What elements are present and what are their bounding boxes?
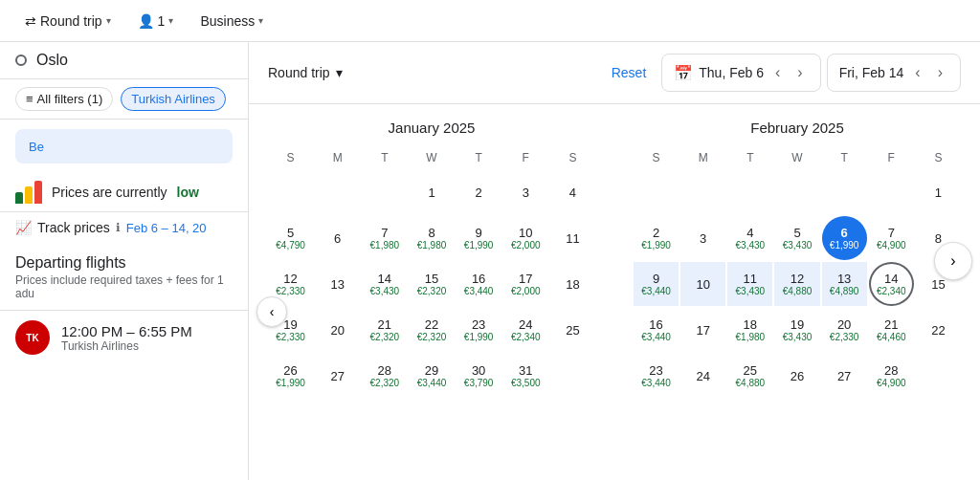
calendar-day-cell[interactable]: 12€4,880 — [774, 262, 819, 306]
calendar-day-cell[interactable]: 18€1,980 — [727, 308, 772, 352]
calendar-day-cell[interactable]: 22€2,320 — [409, 308, 454, 352]
calendar-day-cell[interactable]: 26€1,990 — [268, 354, 313, 398]
calendar-day-cell[interactable]: 20€2,330 — [822, 308, 867, 352]
calendar-day-cell[interactable]: 22 — [916, 308, 961, 352]
calendar-day-cell[interactable]: 13€4,890 — [822, 262, 867, 306]
calendar-day-cell[interactable]: 27 — [315, 354, 360, 398]
calendar-day-cell[interactable]: 5€3,430 — [774, 216, 819, 260]
calendar-day-cell[interactable]: 24 — [680, 354, 725, 398]
calendar-day-cell[interactable]: 1 — [916, 170, 961, 214]
calendar-day-cell[interactable]: 1 — [409, 170, 454, 214]
day-number: 1 — [428, 185, 434, 200]
reset-button[interactable]: Reset — [612, 65, 647, 80]
calendar-day-cell[interactable]: 9€1,990 — [457, 216, 501, 260]
filters-label: All filters (1) — [37, 92, 103, 106]
day-of-week-header: S — [550, 147, 595, 168]
airline-filter-button[interactable]: Turkish Airlines — [121, 87, 226, 111]
calendar-day-cell — [268, 170, 313, 214]
calendar-day-cell[interactable]: 16€3,440 — [457, 262, 501, 306]
track-row: 📈 Track prices ℹ Feb 6 – 14, 20 — [0, 211, 248, 243]
trip-type-button[interactable]: ⇄ Round trip ▾ — [15, 8, 121, 34]
calendar-day-cell[interactable]: 6 — [315, 216, 360, 260]
end-date-box[interactable]: Fri, Feb 14 ‹ › — [827, 54, 961, 92]
flight-card[interactable]: TK 12:00 PM – 6:55 PM Turkish Airlines — [0, 310, 248, 364]
calendar-day-cell[interactable]: 6€1,990 — [822, 216, 867, 260]
origin-icon — [15, 55, 27, 66]
calendar-day-cell[interactable]: 9€3,440 — [634, 262, 679, 306]
calendar-day-cell[interactable]: 29€3,440 — [409, 354, 454, 398]
calendar-day-cell[interactable]: 20 — [315, 308, 360, 352]
day-price: €2,330 — [276, 332, 305, 342]
end-date-prev-button[interactable]: ‹ — [909, 60, 925, 85]
end-date-next-button[interactable]: › — [932, 60, 948, 85]
calendar-day-cell — [680, 170, 725, 214]
calendar-day-cell[interactable]: 8€1,980 — [409, 216, 454, 260]
departing-section: Departing flights Prices include require… — [0, 243, 248, 304]
day-number: 9 — [476, 226, 482, 240]
calendar-day-cell[interactable]: 11 — [550, 216, 595, 260]
calendar-day-cell — [774, 170, 819, 214]
calendar-day-cell[interactable]: 17€2,000 — [503, 262, 548, 306]
day-number: 12 — [283, 272, 297, 286]
calendar-day-cell[interactable]: 15€2,320 — [409, 262, 454, 306]
start-date-box[interactable]: 📅 Thu, Feb 6 ‹ › — [661, 54, 820, 92]
calendar-day-cell[interactable]: 30€3,790 — [457, 354, 501, 398]
calendar-day-cell[interactable]: 2€1,990 — [634, 216, 679, 260]
calendar-day-cell[interactable]: 23€1,990 — [457, 308, 501, 352]
day-number: 27 — [837, 369, 851, 383]
calendar-day-cell[interactable]: 21€4,460 — [869, 308, 914, 352]
calendar-day-cell[interactable]: 10€2,000 — [503, 216, 548, 260]
passengers-label: 1 — [158, 13, 166, 29]
calendar-day-cell[interactable]: 17 — [680, 308, 725, 352]
passengers-button[interactable]: 👤 1 ▾ — [128, 8, 184, 34]
calendar-day-cell[interactable]: 28€2,320 — [362, 354, 407, 398]
calendar-day-cell[interactable]: 13 — [315, 262, 360, 306]
calendar-day-cell[interactable]: 7€4,900 — [869, 216, 914, 260]
day-number: 14 — [378, 272, 391, 286]
calendar-day-cell[interactable]: 19€3,430 — [774, 308, 819, 352]
calendar-roundtrip-select[interactable]: Round trip ▾ — [268, 65, 343, 80]
cabin-button[interactable]: Business ▾ — [190, 8, 273, 34]
day-number: 3 — [523, 185, 529, 200]
start-date-prev-button[interactable]: ‹ — [769, 60, 786, 85]
calendar-day-cell[interactable]: 10 — [680, 262, 725, 306]
day-number: 16 — [472, 272, 485, 286]
price-level-text: low — [177, 185, 199, 200]
day-number: 10 — [696, 277, 709, 292]
day-price: €3,790 — [464, 378, 494, 388]
calendar-next-button[interactable]: › — [934, 242, 972, 280]
start-date-next-button[interactable]: › — [791, 60, 808, 85]
calendar-day-cell[interactable]: 2 — [457, 170, 501, 214]
calendar-day-cell[interactable]: 18 — [550, 262, 595, 306]
calendar-day-cell[interactable]: 16€3,440 — [634, 308, 679, 352]
calendar-day-cell[interactable]: 3 — [680, 216, 725, 260]
calendar-day-cell[interactable]: 7€1,980 — [362, 216, 407, 260]
day-number: 10 — [519, 226, 532, 240]
calendar-prev-button[interactable]: ‹ — [256, 296, 287, 327]
calendar-day-cell[interactable]: 4 — [550, 170, 595, 214]
calendar-day-cell[interactable]: 27 — [822, 354, 867, 398]
calendar-day-cell[interactable]: 5€4,790 — [268, 216, 313, 260]
day-number: 13 — [330, 277, 344, 292]
calendar-day-cell[interactable]: 23€3,440 — [634, 354, 679, 398]
calendar-day-cell[interactable]: 21€2,320 — [362, 308, 407, 352]
origin-input[interactable] — [36, 52, 233, 69]
calendar-day-cell[interactable]: 25€4,880 — [727, 354, 772, 398]
calendar-roundtrip-chevron-icon: ▾ — [336, 65, 343, 80]
day-number: 7 — [381, 226, 388, 240]
calendar-day-cell[interactable]: 24€2,340 — [503, 308, 548, 352]
calendar-day-cell[interactable]: 11€3,430 — [727, 262, 772, 306]
day-number: 5 — [287, 226, 294, 240]
day-number: 19 — [283, 317, 297, 332]
calendar-day-cell[interactable]: 31€3,500 — [503, 354, 548, 398]
calendar-day-cell[interactable]: 14€3,430 — [362, 262, 407, 306]
calendar-day-cell[interactable]: 26 — [774, 354, 819, 398]
calendar-day-cell[interactable]: 25 — [550, 308, 595, 352]
calendar-day-cell[interactable]: 4€3,430 — [727, 216, 772, 260]
all-filters-button[interactable]: ≡ All filters (1) — [15, 87, 113, 111]
calendar-day-cell[interactable]: 14€2,340 — [869, 262, 914, 306]
day-price: €3,430 — [736, 286, 766, 296]
day-number: 24 — [519, 317, 532, 332]
calendar-day-cell[interactable]: 3 — [503, 170, 548, 214]
calendar-day-cell[interactable]: 28€4,900 — [869, 354, 914, 398]
